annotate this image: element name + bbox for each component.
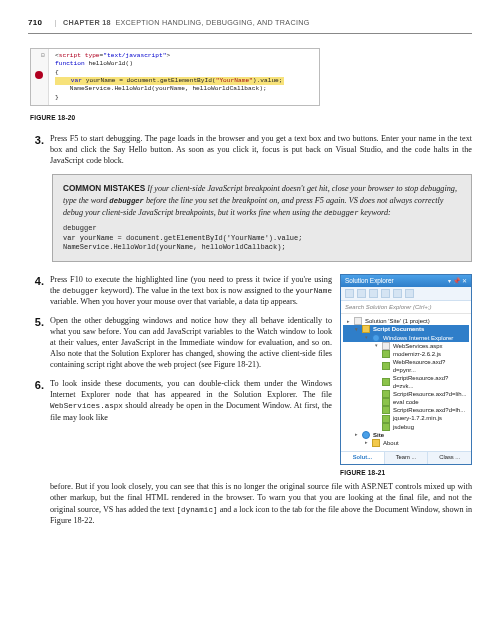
js-icon	[382, 378, 390, 386]
step4-keyword: debugger	[62, 287, 98, 295]
tree-node-selected: ▾Windows Internet Explorer	[343, 334, 469, 342]
step-number: 5.	[28, 315, 50, 330]
toolbar-button	[405, 289, 414, 298]
figure-18-20-code: ⊟ <script type="text/javascript"> functi…	[30, 48, 320, 106]
solexp-title: Solution Explorer	[345, 277, 394, 286]
pin-icon: 📌	[453, 278, 460, 284]
js-icon	[382, 415, 390, 423]
tree-file: jsdebug	[343, 423, 469, 431]
step4-text-c: variable. When you hover your mouse over…	[50, 297, 298, 306]
note-code-block: debugger var yourName = document.getElem…	[63, 224, 461, 252]
code-line: NameService.HelloWorld(yourName, helloWo…	[55, 85, 315, 93]
tree-file: ScriptResource.axd?d=zvk...	[343, 374, 469, 390]
solexp-window-icons: ▾📌✕	[446, 277, 467, 286]
code-line-highlighted: var yourName = document.getElementById("…	[55, 77, 315, 85]
solexp-tabs: Solut... Team ... Class ...	[341, 451, 471, 464]
js-icon	[382, 390, 390, 398]
tab-class: Class ...	[428, 452, 471, 464]
step-6-continued: before. But if you look closely, you can…	[28, 481, 472, 525]
running-header: 710 | CHAPTER 18 EXCEPTION HANDLING, DEB…	[28, 18, 472, 34]
tree-file: WebResource.axd?d=pynr...	[343, 358, 469, 374]
solexp-titlebar: Solution Explorer ▾📌✕	[341, 275, 471, 288]
step-number: 3.	[28, 133, 50, 148]
js-icon	[382, 406, 390, 414]
step-body: To look inside these documents, you can …	[50, 378, 332, 422]
tree-file: jquery-1.7.2.min.js	[343, 414, 469, 422]
step-5: 5. Open the other debugging windows and …	[28, 315, 332, 370]
figure-caption-18-20: FIGURE 18-20	[30, 114, 472, 123]
tree-node: ▾WebServices.aspx	[343, 342, 469, 350]
chapter-title: EXCEPTION HANDLING, DEBUGGING, AND TRACI…	[115, 18, 309, 27]
common-mistakes-box: COMMON MISTAKES If your client-side Java…	[52, 174, 472, 262]
tree-file: ScriptResource.axd?d=lih...	[343, 390, 469, 398]
collapse-icon: ⊟	[41, 52, 45, 60]
solution-icon	[354, 317, 362, 325]
header-separator: |	[55, 18, 57, 27]
js-icon	[382, 423, 390, 431]
step4-text-b: keyword). The value in the text box is n…	[99, 286, 296, 295]
breakpoint-icon	[35, 71, 43, 79]
note-keyword-1: debugger	[109, 197, 144, 205]
step4-var: yourName	[296, 287, 332, 295]
step-body: before. But if you look closely, you can…	[50, 481, 472, 525]
code-line: }	[55, 94, 315, 102]
tree-file: ScriptResource.axd?d=lh...	[343, 406, 469, 414]
note-keyword-2: debugger	[324, 209, 359, 217]
toolbar-button	[369, 289, 378, 298]
solexp-toolbar	[341, 287, 471, 301]
code-line: {	[55, 69, 315, 77]
tree-node: ▸Site	[343, 431, 469, 439]
solution-explorer-figure: Solution Explorer ▾📌✕ Search Solution Ex…	[340, 274, 472, 465]
step-body: Press F10 to execute the highlighted lin…	[50, 274, 332, 307]
toolbar-button	[345, 289, 354, 298]
note-body-3: keyword:	[359, 208, 391, 217]
step6-file1: WebServices.aspx	[50, 402, 123, 410]
js-icon	[382, 398, 390, 406]
tree-root: ▸Solution 'Site' (1 project)	[343, 317, 469, 325]
page-number: 710	[28, 18, 42, 27]
toolbar-button	[357, 289, 366, 298]
step6-file2: [dynamic]	[177, 506, 218, 514]
tree-file: modernizr-2.6.2.js	[343, 350, 469, 358]
dropdown-icon: ▾	[448, 278, 451, 284]
toolbar-button	[393, 289, 402, 298]
tab-team: Team ...	[385, 452, 429, 464]
step-6-top: 6. To look inside these documents, you c…	[28, 378, 332, 422]
chapter-label: CHAPTER 18	[63, 18, 111, 27]
two-column-section: 4. Press F10 to execute the highlighted …	[28, 274, 472, 478]
code-line: <script type="text/javascript">	[55, 52, 315, 60]
site-icon	[362, 431, 370, 439]
solexp-tree: ▸Solution 'Site' (1 project) ▾Script Doc…	[341, 314, 471, 451]
tree-node: ▸About	[343, 439, 469, 447]
step-body: Open the other debugging windows and not…	[50, 315, 332, 370]
solexp-search: Search Solution Explorer (Ctrl+;)	[341, 301, 471, 314]
step-4: 4. Press F10 to execute the highlighted …	[28, 274, 332, 307]
code-line: function helloWorld()	[55, 60, 315, 68]
step-number: 6.	[28, 378, 50, 393]
folder-icon	[372, 439, 380, 447]
tab-solution: Solut...	[341, 452, 385, 464]
folder-icon	[362, 325, 370, 333]
js-icon	[382, 362, 390, 370]
close-icon: ✕	[462, 278, 467, 284]
step6-text-a: To look inside these documents, you can …	[50, 379, 332, 399]
figure-caption-18-21: FIGURE 18-21	[340, 469, 472, 478]
step-body: Press F5 to start debugging. The page lo…	[50, 133, 472, 166]
page-icon	[382, 342, 390, 350]
js-icon	[382, 350, 390, 358]
step-3: 3. Press F5 to start debugging. The page…	[28, 133, 472, 166]
note-title: COMMON MISTAKES	[63, 184, 145, 193]
tree-file: eval code	[343, 398, 469, 406]
step-number: 4.	[28, 274, 50, 289]
globe-icon	[372, 334, 380, 342]
tree-node: ▾Script Documents	[343, 325, 469, 333]
toolbar-button	[381, 289, 390, 298]
